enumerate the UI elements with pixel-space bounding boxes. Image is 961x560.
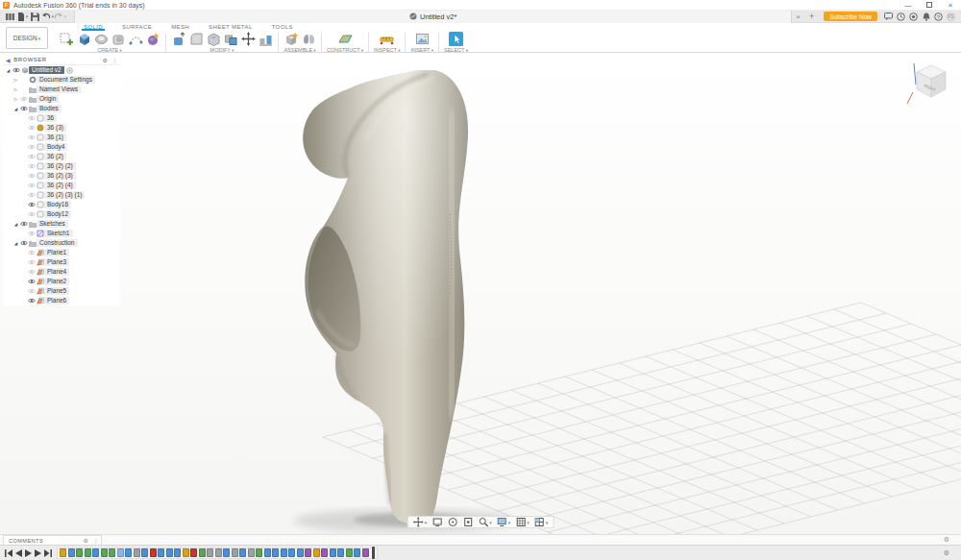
visibility-eye-icon[interactable] <box>27 279 36 284</box>
browser-item-construction[interactable]: ◢Construction <box>3 238 120 248</box>
visibility-eye-icon[interactable] <box>27 144 36 150</box>
browser-item-plane5[interactable]: Plane5 <box>3 286 120 296</box>
timeline-feature-9[interactable] <box>125 548 132 557</box>
item-label[interactable]: Plane4 <box>44 268 69 277</box>
timeline-options-gear-icon[interactable]: ⚙ <box>944 549 961 557</box>
item-label[interactable]: Plane3 <box>44 258 69 267</box>
timeline-feature-18[interactable] <box>199 548 206 557</box>
timeline-feature-12[interactable] <box>150 548 157 557</box>
timeline-feature-2[interactable] <box>68 548 75 557</box>
timeline-feature-11[interactable] <box>141 548 148 557</box>
visibility-eye-icon[interactable] <box>12 67 20 73</box>
timeline-feature-33[interactable] <box>321 548 328 557</box>
visibility-eye-icon[interactable] <box>19 240 28 246</box>
timeline-feature-10[interactable] <box>134 548 140 557</box>
timeline-feature-4[interactable] <box>85 548 91 557</box>
visibility-eye-icon[interactable] <box>27 298 36 304</box>
timeline-playhead[interactable] <box>372 547 375 559</box>
expander-icon[interactable]: ◢ <box>5 68 12 73</box>
timeline-feature-28[interactable] <box>281 548 287 557</box>
visibility-eye-icon[interactable] <box>19 106 28 111</box>
timeline-feature-37[interactable] <box>354 548 360 557</box>
timeline-feature-27[interactable] <box>272 548 279 557</box>
item-label[interactable]: Sketches <box>37 220 68 229</box>
browser-item-document-settings[interactable]: ▷Document Settings <box>3 75 120 85</box>
zoom-button[interactable]: ▾ <box>476 517 494 527</box>
browser-item-untitled-v2[interactable]: ◢Untitled v2 <box>3 65 120 75</box>
timeline-feature-31[interactable] <box>305 548 311 557</box>
ribbon-tab-tools[interactable]: TOOLS <box>270 23 295 31</box>
browser-item-36-3-[interactable]: 36 (3) <box>3 123 120 133</box>
ribbon-tab-surface[interactable]: SURFACE <box>120 23 154 31</box>
timeline-feature-20[interactable] <box>215 548 222 557</box>
measure-button[interactable] <box>380 31 395 46</box>
timeline-feature-14[interactable] <box>166 548 173 557</box>
timeline-feature-23[interactable] <box>239 548 246 557</box>
browser-item-36-2-3-[interactable]: 36 (2) (3) <box>3 171 120 181</box>
expander-icon[interactable]: ◢ <box>12 222 19 227</box>
browser-item-36-2-4-[interactable]: 36 (2) (4) <box>3 181 120 190</box>
visibility-eye-icon[interactable] <box>27 192 36 198</box>
extensions-icon[interactable] <box>907 12 920 22</box>
visibility-eye-icon[interactable] <box>27 202 36 207</box>
item-label[interactable]: 36 (2) (3) (1) <box>44 191 85 200</box>
fillet-button[interactable] <box>188 31 204 46</box>
browser-item-bodies[interactable]: ◢Bodies <box>3 104 120 113</box>
timeline-track[interactable] <box>57 548 378 559</box>
browser-item-36-2-3-1-[interactable]: 36 (2) (3) (1) <box>3 190 120 200</box>
timeline-feature-36[interactable] <box>346 548 353 557</box>
comments-gear-icon[interactable]: ⚙ <box>82 537 91 544</box>
browser-item-plane1[interactable]: Plane1 <box>3 248 120 257</box>
visibility-eye-icon[interactable] <box>27 288 36 294</box>
select-button[interactable] <box>448 31 463 46</box>
timeline-feature-30[interactable] <box>297 548 304 557</box>
extrude-button[interactable] <box>76 31 91 46</box>
timeline-feature-8[interactable] <box>117 548 124 557</box>
new-component-button[interactable] <box>283 31 299 46</box>
comments-menu-icon[interactable]: ⋮ <box>91 537 102 544</box>
timeline-feature-5[interactable] <box>92 548 99 557</box>
timeline-settings-gear-icon[interactable]: ⚙ <box>944 536 949 544</box>
browser-collapse-icon[interactable]: ◀ <box>3 57 13 63</box>
activate-component-radio[interactable] <box>66 67 73 74</box>
minimize-button[interactable]: — <box>898 1 919 10</box>
item-label[interactable]: 36 (2) (2) <box>44 162 76 171</box>
timeline-feature-3[interactable] <box>76 548 83 557</box>
loft-button[interactable] <box>128 31 143 46</box>
expander-icon[interactable]: ▷ <box>12 78 19 83</box>
visibility-eye-icon[interactable] <box>27 250 36 256</box>
fit-button[interactable] <box>430 517 444 527</box>
item-label[interactable]: Named Views <box>37 85 81 94</box>
visibility-eye-icon[interactable] <box>27 183 36 188</box>
align-button[interactable] <box>258 31 273 46</box>
create-sketch-button[interactable] <box>59 31 74 46</box>
timeline-feature-7[interactable] <box>109 548 115 557</box>
visibility-eye-icon[interactable] <box>27 163 36 169</box>
timeline-feature-21[interactable] <box>223 548 230 557</box>
timeline-feature-6[interactable] <box>101 548 108 557</box>
visibility-eye-icon[interactable] <box>27 259 36 265</box>
viewport-canvas[interactable]: ◀ BROWSER ⚙ ⋮ ◢Untitled v2▷Document Sett… <box>0 53 961 534</box>
move-copy-button[interactable] <box>240 31 256 46</box>
timeline-feature-15[interactable] <box>174 548 181 557</box>
visibility-eye-icon[interactable] <box>27 211 36 217</box>
visibility-eye-icon[interactable] <box>27 269 36 275</box>
browser-item-plane6[interactable]: Plane6 <box>3 296 120 305</box>
browser-item-sketch1[interactable]: Sketch1 <box>3 229 120 238</box>
visibility-eye-icon[interactable] <box>19 221 28 227</box>
close-button[interactable]: × <box>940 1 961 10</box>
browser-item-body16[interactable]: Body16 <box>3 200 120 209</box>
create-form-button[interactable] <box>145 31 160 46</box>
timeline-feature-24[interactable] <box>248 548 255 557</box>
item-label[interactable]: Untitled v2 <box>29 66 64 75</box>
item-label[interactable]: Plane1 <box>44 249 69 257</box>
browser-menu-icon[interactable]: ⋮ <box>111 57 121 63</box>
browser-item-36[interactable]: 36 <box>3 113 120 123</box>
timeline-feature-19[interactable] <box>207 548 213 557</box>
timeline-feature-38[interactable] <box>362 548 369 557</box>
browser-item-sketches[interactable]: ◢Sketches <box>3 219 120 229</box>
timeline-feature-25[interactable] <box>256 548 262 557</box>
file-menu-icon[interactable]: ▾ <box>16 12 29 22</box>
job-status-icon[interactable] <box>895 12 907 22</box>
insert-canvas-button[interactable] <box>414 31 430 46</box>
